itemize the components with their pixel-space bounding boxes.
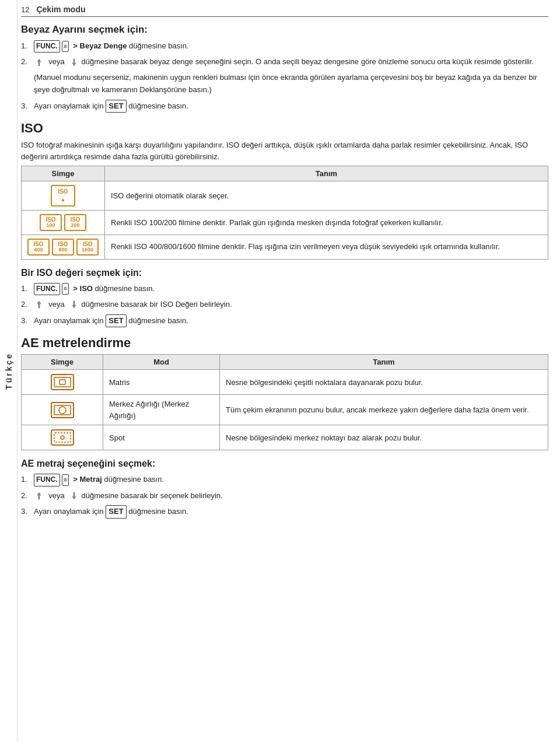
- ae-heading: AE metrelendirme: [21, 335, 548, 351]
- func-icon-2: FUNC.: [34, 283, 60, 295]
- ae-mod-spot: Spot: [103, 425, 220, 450]
- sidebar-language: Türkçe: [4, 352, 13, 390]
- page-number: 12: [21, 5, 29, 14]
- page-header: 12 Çekim modu: [21, 5, 548, 17]
- menu-icon-3: ≡: [62, 474, 69, 486]
- ae-table-header-mod: Mod: [103, 355, 220, 370]
- iso-badge-200: ISO 200: [64, 214, 86, 231]
- beyaz-steps: 1. FUNC.≡ > Beyaz Denge düğmesine basın.…: [21, 40, 548, 113]
- ae-select-steps: 1. FUNC.≡ > Metraj düğmesine basın. 2. v…: [21, 474, 548, 519]
- ae-tanim-spot: Nesne bölgesindeki merkez noktayı baz al…: [220, 425, 548, 450]
- ae-step-3: 3. Ayarı onaylamak için SET düğmesine ba…: [21, 505, 548, 519]
- ae-tanim-center: Tüm çekim ekranının pozunu bulur, ancak …: [220, 395, 548, 425]
- ae-matris-svg: [50, 373, 75, 391]
- iso-badge-100: ISO 100: [40, 214, 62, 231]
- ae-select-heading: AE metraj seçeneğini seçmek:: [21, 459, 548, 469]
- menu-icon-2: ≡: [62, 283, 69, 295]
- arrow-down-icon-3: [69, 491, 79, 501]
- func-icon: FUNC.: [34, 40, 60, 52]
- arrow-up-icon-3: [34, 491, 44, 501]
- set-button-2: SET: [106, 314, 126, 328]
- iso-table-row-100-200: ISO 100 ISO 200 Renkli ISO 100/200 filmi…: [22, 210, 548, 235]
- ae-simge-matris: [22, 370, 103, 395]
- iso-auto-badge: ISO ▲: [51, 185, 75, 206]
- arrow-down-icon-2: [69, 299, 79, 310]
- ae-spot-svg: [50, 429, 75, 446]
- set-button-3: SET: [106, 505, 126, 519]
- ae-icon-container-matris: [27, 373, 97, 391]
- page-title: Çekim modu: [36, 5, 85, 14]
- ae-table-row-center: Merkez Ağırlığı (Merkez Ağırlığı) Tüm çe…: [22, 395, 548, 425]
- iso-select-steps: 1. FUNC.≡ > ISO düğmesine basın. 2. veya…: [21, 283, 548, 328]
- iso-table-header-tanim: Tanım: [105, 166, 548, 181]
- ae-step-1: 1. FUNC.≡ > Metraj düğmesine basın.: [21, 474, 548, 486]
- iso-group-400-1600: ISO 400 ISO 800 ISO 1600: [27, 239, 99, 256]
- iso-step-2: 2. veya düğmesine basarak bir ISO Değeri…: [21, 299, 548, 311]
- func-button-1: FUNC.≡: [34, 40, 69, 52]
- iso-tanim-auto: ISO değerini otomatik olarak seçer.: [105, 181, 548, 211]
- arrow-down-icon: [69, 57, 79, 68]
- func-icon-3: FUNC.: [34, 474, 60, 486]
- iso-step-3: 3. Ayarı onaylamak için SET düğmesine ba…: [21, 314, 548, 328]
- ae-mod-matris: Matris: [103, 370, 220, 395]
- ae-table-row-spot: Spot Nesne bölgesindeki merkez noktayı b…: [22, 425, 548, 450]
- iso-badge-400: ISO 400: [27, 239, 50, 256]
- ae-tanim-matris: Nesne bölgesindeki çeşitli noktalara day…: [220, 370, 548, 395]
- iso-simge-400-1600: ISO 400 ISO 800 ISO 1600: [22, 235, 105, 259]
- arrow-up-icon-2: [34, 299, 44, 310]
- func-button-2: FUNC.≡: [34, 283, 69, 295]
- beyaz-step-2b: (Manuel modunu seçerseniz, makinenin uyg…: [21, 72, 548, 96]
- ae-step-2: 2. veya düğmesine basarak bir seçenek be…: [21, 490, 548, 502]
- beyaz-step-3: 3. Ayarı onaylamak için SET düğmesine ba…: [21, 100, 548, 113]
- beyaz-step-1: 1. FUNC.≡ > Beyaz Denge düğmesine basın.: [21, 40, 548, 52]
- iso-badge-1600: ISO 1600: [76, 239, 99, 256]
- iso-table-header-simge: Simge: [22, 166, 105, 181]
- arrow-up-icon: [34, 57, 44, 68]
- iso-select-heading: Bir ISO değeri seçmek için:: [21, 268, 548, 278]
- iso-tanim-400-1600: Renkli ISO 400/800/1600 filmine denktir.…: [105, 235, 548, 259]
- iso-heading: ISO: [21, 121, 548, 136]
- iso-group-100-200: ISO 100 ISO 200: [27, 214, 99, 231]
- sidebar-container: Türkçe: [0, 0, 18, 742]
- iso-table-row-400-1600: ISO 400 ISO 800 ISO 1600 Renkli ISO 4: [22, 235, 548, 259]
- iso-table: Simge Tanım ISO ▲ ISO değerini otomatik …: [21, 166, 548, 259]
- iso-simge-100-200: ISO 100 ISO 200: [22, 210, 105, 235]
- ae-mod-center: Merkez Ağırlığı (Merkez Ağırlığı): [103, 395, 220, 425]
- ae-table-row-matris: Matris Nesne bölgesindeki çeşitli noktal…: [22, 370, 548, 395]
- ae-center-svg: [50, 401, 75, 419]
- iso-tanim-100-200: Renkli ISO 100/200 filmine denktir. Parl…: [105, 210, 548, 235]
- menu-icon: ≡: [62, 41, 69, 52]
- iso-badge-800: ISO 800: [52, 239, 74, 256]
- ae-table-header-tanim: Tanım: [220, 355, 548, 370]
- ae-simge-spot: [22, 425, 103, 450]
- iso-step-1: 1. FUNC.≡ > ISO düğmesine basın.: [21, 283, 548, 295]
- iso-description: ISO fotoğraf makinesinin ışığa karşı duy…: [21, 139, 548, 162]
- iso-simge-auto: ISO ▲: [22, 181, 105, 211]
- ae-icon-container-center: [27, 401, 97, 419]
- set-button-1: SET: [106, 100, 126, 113]
- ae-table-header-simge: Simge: [22, 355, 103, 370]
- ae-icon-container-spot: [27, 429, 97, 446]
- iso-table-row-auto: ISO ▲ ISO değerini otomatik olarak seçer…: [22, 181, 548, 211]
- func-button-3: FUNC.≡: [34, 474, 69, 486]
- ae-table: Simge Mod Tanım Matris Nes: [21, 354, 548, 450]
- beyaz-step-2: 2. veya düğmesine basarak beyaz denge se…: [21, 56, 548, 68]
- beyaz-heading: Beyaz Ayarını seçmek için:: [21, 24, 548, 36]
- ae-simge-center: [22, 395, 103, 425]
